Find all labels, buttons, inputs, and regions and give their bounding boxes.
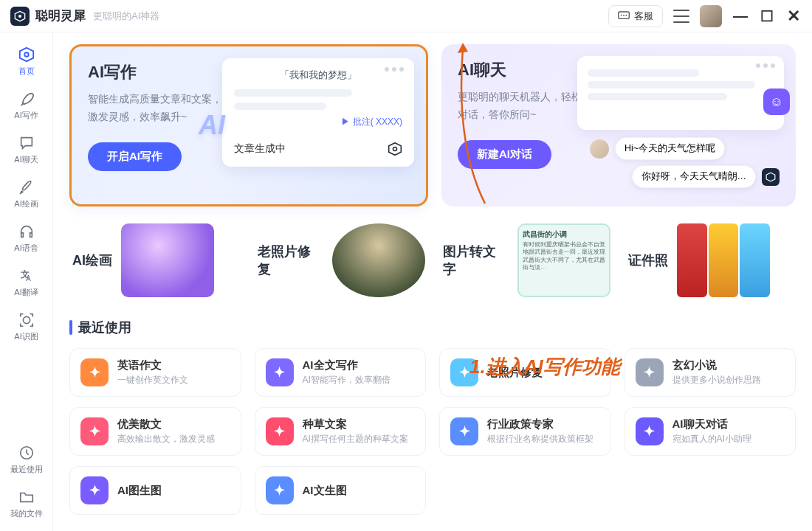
sidebar-item-chat[interactable]: AI聊天 bbox=[7, 130, 47, 170]
recent-title: 最近使用 bbox=[78, 319, 131, 336]
recent-item[interactable]: ✦优美散文高效输出散文，激发灵感 bbox=[69, 407, 241, 456]
recent-item-title: AI聊天对话 bbox=[672, 417, 751, 431]
recent-item-sub: 宛如真人的AI小助理 bbox=[672, 433, 751, 445]
recent-item-icon: ✦ bbox=[80, 476, 109, 504]
recent-item[interactable]: ✦AI文生图 bbox=[255, 466, 427, 515]
recent-item[interactable]: ✦老照片修复 bbox=[439, 348, 611, 397]
sidebar-item-vision[interactable]: AI识图 bbox=[7, 307, 47, 347]
svg-marker-6 bbox=[19, 48, 32, 61]
menu-button[interactable] bbox=[673, 10, 689, 23]
recent-item[interactable]: ✦AI图生图 bbox=[69, 466, 241, 515]
write-preview-panel: AI 「我和我的梦想」 ▶ 批注( XXXX) 文章生成中 bbox=[222, 58, 414, 167]
sidebar-item-label: AI语音 bbox=[14, 243, 38, 254]
feature-tiles: AI绘画 老照片修复 图片转文字 武昌街的小调 有时候到重庆晒架书总会不自觉地跟… bbox=[69, 221, 796, 299]
tile-title: 老照片修复 bbox=[258, 243, 323, 278]
recent-item-title: 优美散文 bbox=[117, 417, 215, 431]
app-tagline: 更聪明的AI神器 bbox=[93, 10, 159, 23]
avatar-icon bbox=[590, 139, 609, 159]
new-ai-chat-button[interactable]: 新建AI对话 bbox=[458, 140, 551, 169]
support-label: 客服 bbox=[634, 10, 653, 23]
recent-item-icon: ✦ bbox=[636, 358, 664, 386]
chat-preview-panel: ☺ Hi~今天的天气怎样呢 你好呀，今天天气晴朗… bbox=[577, 56, 784, 180]
recent-item-icon: ✦ bbox=[266, 417, 294, 445]
svg-point-3 bbox=[621, 14, 622, 15]
support-button[interactable]: 客服 bbox=[608, 5, 663, 27]
hex-logo-icon bbox=[762, 168, 780, 186]
recent-item[interactable]: ✦AI聊天对话宛如真人的AI小助理 bbox=[625, 407, 796, 456]
tile-photo-restore[interactable]: 老照片修复 bbox=[255, 221, 425, 299]
ai-badge-icon: AI bbox=[199, 110, 225, 141]
tile-title: AI绘画 bbox=[72, 251, 112, 269]
chat-bubble-icon bbox=[618, 11, 630, 21]
sidebar-item-label: AI翻译 bbox=[14, 287, 38, 298]
tile-ocr[interactable]: 图片转文字 武昌街的小调 有时候到重庆晒架书总会不自觉地跟武昌街去走一回，最近发… bbox=[440, 221, 610, 299]
hero-card-chat[interactable]: AI聊天 更聪明的聊天机器人，轻松 对话，答你所问~ 新建AI对话 ☺ bbox=[441, 44, 796, 206]
sidebar-item-files[interactable]: 我的文件 bbox=[7, 484, 47, 524]
preview-status: 文章生成中 bbox=[234, 142, 286, 156]
recent-item-sub: AI智能写作，效率翻倍 bbox=[303, 374, 390, 386]
sidebar-item-home[interactable]: 首页 bbox=[7, 41, 47, 81]
recent-item-icon: ✦ bbox=[636, 417, 664, 445]
sidebar-item-label: AI写作 bbox=[14, 110, 38, 121]
recent-item-title: AI文生图 bbox=[303, 484, 347, 498]
feather-icon bbox=[18, 90, 35, 108]
sidebar-item-voice[interactable]: AI语音 bbox=[7, 218, 47, 258]
recent-item[interactable]: ✦行业政策专家根据行业名称提供政策框架 bbox=[439, 407, 611, 456]
hero-card-write[interactable]: AI写作 智能生成高质量文章和文案， 激发灵感，效率飙升~ 开启AI写作 AI … bbox=[69, 44, 428, 206]
sidebar-item-label: 首页 bbox=[18, 66, 35, 77]
sidebar-item-label: AI绘画 bbox=[14, 198, 38, 209]
tile-ai-draw[interactable]: AI绘画 bbox=[69, 221, 240, 299]
start-ai-write-button[interactable]: 开启AI写作 bbox=[88, 142, 182, 171]
recent-item-icon: ✦ bbox=[450, 358, 478, 386]
recent-item-icon: ✦ bbox=[266, 476, 294, 504]
recent-heading: 最近使用 bbox=[69, 319, 796, 336]
maximize-button[interactable]: ☐ bbox=[759, 7, 775, 25]
sidebar-item-write[interactable]: AI写作 bbox=[7, 86, 47, 125]
sidebar-item-recent[interactable]: 最近使用 bbox=[7, 440, 47, 479]
tile-title: 证件照 bbox=[628, 251, 668, 269]
recent-item-icon: ✦ bbox=[266, 358, 294, 386]
chat-bubble-bot: 你好呀，今天天气晴朗… bbox=[632, 165, 780, 188]
recent-item[interactable]: ✦英语作文一键创作英文作文 bbox=[69, 348, 241, 397]
svg-point-4 bbox=[623, 14, 625, 15]
titlebar: 聪明灵犀 更聪明的AI神器 客服 — ☐ ✕ bbox=[0, 0, 812, 32]
svg-point-5 bbox=[625, 14, 627, 15]
chat-icon bbox=[18, 134, 35, 152]
scan-icon bbox=[18, 311, 35, 329]
close-button[interactable]: ✕ bbox=[785, 7, 802, 26]
svg-point-1 bbox=[18, 15, 21, 18]
translate-icon: 文A bbox=[18, 267, 35, 285]
preview-annotation-label: ▶ 批注( XXXX) bbox=[234, 116, 402, 128]
hex-logo-icon bbox=[388, 142, 402, 156]
sidebar-item-translate[interactable]: 文A AI翻译 bbox=[7, 263, 47, 302]
recent-item-title: 种草文案 bbox=[303, 417, 408, 431]
recent-item[interactable]: ✦种草文案AI撰写任何主题的种草文案 bbox=[255, 407, 427, 456]
app-name: 聪明灵犀 bbox=[35, 7, 86, 24]
svg-point-7 bbox=[24, 52, 29, 57]
svg-point-12 bbox=[393, 148, 397, 151]
sidebar-item-draw[interactable]: AI绘画 bbox=[7, 174, 47, 214]
headphone-icon bbox=[18, 223, 35, 240]
sidebar-item-label: 最近使用 bbox=[10, 464, 43, 475]
recent-item-title: AI全文写作 bbox=[303, 358, 390, 372]
recent-item-icon: ✦ bbox=[80, 417, 109, 445]
preview-doc-title: 「我和我的梦想」 bbox=[234, 69, 402, 82]
user-avatar[interactable] bbox=[700, 5, 722, 27]
recent-grid: ✦英语作文一键创作英文作文✦AI全文写作AI智能写作，效率翻倍✦老照片修复✦玄幻… bbox=[69, 348, 796, 515]
recent-item-sub: AI撰写任何主题的种草文案 bbox=[303, 433, 408, 445]
recent-item-title: 老照片修复 bbox=[487, 366, 543, 380]
tile-thumb bbox=[677, 223, 770, 297]
tile-thumb bbox=[332, 223, 425, 297]
svg-text:A: A bbox=[26, 274, 31, 282]
chat-bubble-user: Hi~今天的天气怎样呢 bbox=[590, 137, 725, 160]
recent-item-icon: ✦ bbox=[80, 358, 109, 386]
minimize-button[interactable]: — bbox=[732, 7, 749, 24]
app-logo bbox=[10, 7, 30, 26]
recent-item-icon: ✦ bbox=[450, 417, 478, 445]
recent-item-sub: 提供更多小说创作思路 bbox=[672, 374, 761, 386]
recent-item[interactable]: ✦AI全文写作AI智能写作，效率翻倍 bbox=[255, 348, 427, 397]
recent-item[interactable]: ✦玄幻小说提供更多小说创作思路 bbox=[625, 348, 796, 397]
recent-item-title: 英语作文 bbox=[117, 358, 188, 372]
tile-thumb: 武昌街的小调 有时候到重庆晒架书总会不自觉地跟武昌街去走一回，最近发现武昌街大大… bbox=[517, 223, 610, 297]
tile-id-photo[interactable]: 证件照 bbox=[625, 221, 796, 299]
